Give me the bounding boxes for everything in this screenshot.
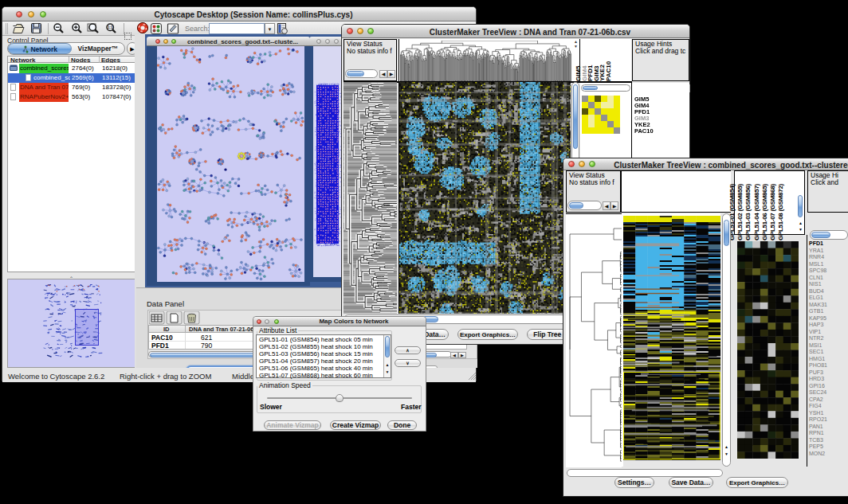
svg-text:1:1: 1:1 [108, 25, 113, 29]
